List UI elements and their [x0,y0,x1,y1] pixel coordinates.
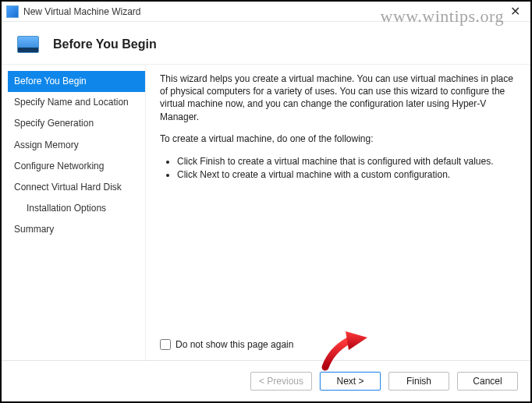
app-icon [6,5,19,18]
wizard-window: New Virtual Machine Wizard ✕ Before You … [2,2,530,401]
dont-show-checkbox[interactable] [160,339,171,350]
title-bar: New Virtual Machine Wizard ✕ [2,2,530,22]
step-specify-name[interactable]: Specify Name and Location [8,92,145,113]
cancel-button[interactable]: Cancel [457,372,518,391]
wizard-icon [17,36,39,53]
close-icon[interactable]: ✕ [504,3,526,20]
option-finish: Click Finish to create a virtual machine… [177,155,516,168]
wizard-steps-sidebar: Before You Begin Specify Name and Locati… [2,65,146,360]
step-before-you-begin[interactable]: Before You Begin [8,71,145,92]
dont-show-label: Do not show this page again [176,338,293,351]
wizard-body: Before You Begin Specify Name and Locati… [2,65,530,360]
wizard-footer: < Previous Next > Finish Cancel [2,360,530,401]
next-button[interactable]: Next > [320,372,381,391]
wizard-content: This wizard helps you create a virtual m… [146,65,530,360]
window-title: New Virtual Machine Wizard [23,6,504,17]
step-configure-networking[interactable]: Configure Networking [8,156,145,177]
step-installation-options[interactable]: Installation Options [8,198,145,219]
intro-text: This wizard helps you create a virtual m… [160,72,516,123]
step-connect-vhd[interactable]: Connect Virtual Hard Disk [8,177,145,198]
finish-button[interactable]: Finish [388,372,449,391]
step-summary[interactable]: Summary [8,219,145,240]
wizard-header: Before You Begin [2,22,530,65]
step-assign-memory[interactable]: Assign Memory [8,135,145,156]
option-next: Click Next to create a virtual machine w… [177,168,516,181]
step-specify-generation[interactable]: Specify Generation [8,113,145,134]
page-title: Before You Begin [53,37,157,51]
options-list: Click Finish to create a virtual machine… [177,154,516,182]
dont-show-again[interactable]: Do not show this page again [160,338,516,354]
previous-button: < Previous [250,372,312,391]
instruction-text: To create a virtual machine, do one of t… [160,133,516,145]
